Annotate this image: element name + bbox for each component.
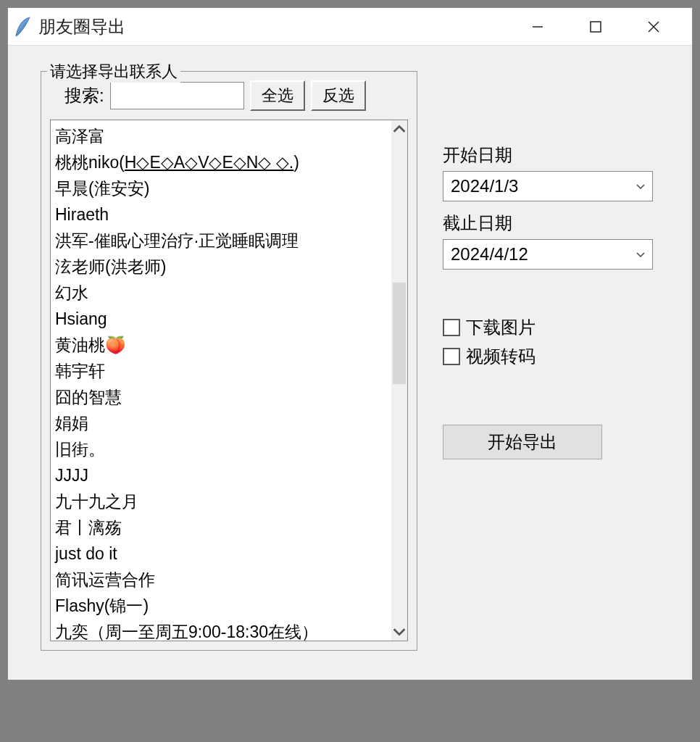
list-item[interactable]: just do it (54, 541, 388, 567)
start-date-combo[interactable]: 2024/1/3 (443, 171, 653, 201)
list-item[interactable]: 九奕（周一至周五9:00-18:30在线） (54, 619, 388, 641)
contacts-legend: 请选择导出联系人 (47, 61, 180, 83)
scroll-thumb[interactable] (393, 283, 406, 384)
list-item[interactable]: 简讯运营合作 (54, 567, 388, 593)
maximize-button[interactable] (578, 12, 614, 41)
svg-rect-2 (591, 22, 601, 32)
list-item[interactable]: 韩宇轩 (54, 358, 388, 384)
video-transcode-label: 视频转码 (466, 345, 536, 368)
download-images-label: 下载图片 (466, 316, 536, 339)
search-row: 搜索: 全选 反选 (50, 80, 408, 111)
list-item[interactable]: 黄油桃🍑 (54, 332, 388, 358)
list-item[interactable]: 旧街。 (54, 436, 388, 462)
close-button[interactable] (636, 12, 672, 41)
start-date-label: 开始日期 (443, 143, 653, 167)
list-item[interactable]: 囧的智慧 (54, 384, 388, 410)
chevron-down-icon (635, 176, 646, 196)
window-controls (520, 12, 686, 41)
contacts-fieldset: 请选择导出联系人 搜索: 全选 反选 高泽富桃桃niko(H◇E◇A◇V◇E◇N… (41, 71, 417, 651)
download-images-checkbox-row[interactable]: 下载图片 (443, 316, 653, 339)
list-item[interactable]: 高泽富 (54, 123, 388, 149)
list-item[interactable]: 娟娟 (54, 410, 388, 436)
end-date-value: 2024/4/12 (451, 244, 528, 264)
list-item[interactable]: 幻水 (54, 280, 388, 306)
scrollbar[interactable] (391, 120, 407, 641)
end-date-combo[interactable]: 2024/4/12 (443, 239, 653, 270)
list-item[interactable]: 九十九之月 (54, 488, 388, 514)
search-input[interactable] (110, 82, 244, 109)
list-item[interactable]: Hsiang (54, 306, 388, 332)
scroll-down-arrow-icon[interactable] (391, 623, 407, 641)
scroll-track[interactable] (391, 138, 407, 623)
end-date-label: 截止日期 (443, 212, 653, 235)
video-transcode-checkbox[interactable] (443, 348, 460, 365)
search-label: 搜索: (64, 84, 104, 107)
list-item[interactable]: 洪军-催眠心理治疗·正觉睡眠调理 (54, 228, 388, 254)
invert-select-button[interactable]: 反选 (311, 80, 366, 111)
list-item[interactable]: Hiraeth (54, 201, 388, 228)
start-date-value: 2024/1/3 (451, 176, 518, 196)
listbox-wrap: 高泽富桃桃niko(H◇E◇A◇V◇E◇N◇ ◇.)早晨(淮安安)Hiraeth… (50, 120, 408, 641)
list-item[interactable]: 桃桃niko(H◇E◇A◇V◇E◇N◇ ◇.) (54, 149, 388, 175)
list-item[interactable]: 早晨(淮安安) (54, 175, 388, 201)
app-window: 朋友圈导出 请选择导出联系人 搜索: 全选 反选 高泽富桃桃niko(H◇E◇ (7, 7, 693, 680)
select-all-button[interactable]: 全选 (250, 80, 305, 111)
video-transcode-checkbox-row[interactable]: 视频转码 (443, 345, 653, 368)
list-item[interactable]: 君丨漓殇 (54, 514, 388, 541)
list-item[interactable]: Flashy(锦一) (54, 593, 388, 619)
minimize-button[interactable] (520, 12, 556, 41)
chevron-down-icon (635, 244, 646, 264)
options-group: 下载图片 视频转码 (443, 316, 653, 374)
window-title: 朋友圈导出 (38, 15, 520, 38)
download-images-checkbox[interactable] (443, 319, 460, 336)
list-item[interactable]: JJJJ (54, 462, 388, 488)
list-item[interactable]: 泫老师(洪老师) (54, 254, 388, 280)
right-panel: 开始日期 2024/1/3 截止日期 2024/4/12 下载图片 (443, 71, 653, 651)
start-export-button[interactable]: 开始导出 (443, 425, 602, 459)
feather-icon (14, 16, 31, 38)
body-area: 请选择导出联系人 搜索: 全选 反选 高泽富桃桃niko(H◇E◇A◇V◇E◇N… (8, 46, 692, 680)
titlebar: 朋友圈导出 (8, 8, 692, 46)
scroll-up-arrow-icon[interactable] (391, 120, 407, 138)
contacts-listbox[interactable]: 高泽富桃桃niko(H◇E◇A◇V◇E◇N◇ ◇.)早晨(淮安安)Hiraeth… (51, 120, 391, 641)
